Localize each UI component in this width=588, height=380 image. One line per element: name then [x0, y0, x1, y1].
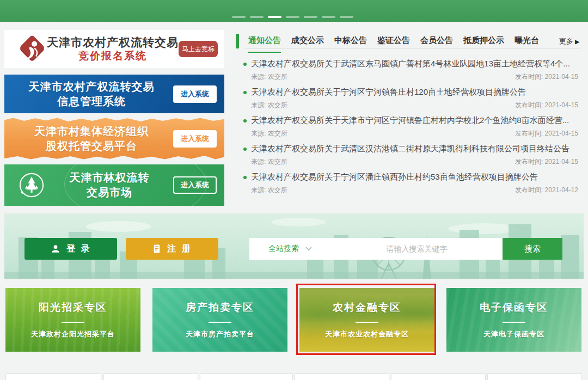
bid-system-title: 天津市农村产权流转交易 竞价报名系统 — [47, 35, 179, 63]
carousel-dot[interactable] — [286, 16, 299, 18]
info-title-line2: 信息管理系统 — [10, 94, 173, 109]
chevron-down-icon — [305, 247, 312, 251]
info-system-banner[interactable]: 天津市农村产权流转交易 信息管理系统 进入系统 — [4, 75, 224, 113]
search-bar: 全站搜索 搜索 — [249, 238, 562, 260]
tab-winning-bid[interactable]: 中标公告 — [334, 35, 367, 52]
more-arrow-icon: ▶ — [575, 39, 579, 45]
search-scope-select[interactable]: 全站搜索 — [249, 238, 331, 260]
zone-subtitle: 天津市农业农村金融专区 — [325, 329, 409, 339]
announcement-date: 发布时间: 2021-04-15 — [515, 157, 578, 167]
zone-divider — [62, 322, 84, 323]
carousel-dot[interactable] — [250, 16, 264, 18]
announcement-date: 发布时间: 2021-04-15 — [515, 101, 578, 110]
announcements-panel: 通知公告 成交公示 中标公告 鉴证公告 会员公告 抵质押公示 曝光台 更多 ▶ … — [234, 30, 584, 210]
carousel-dots — [232, 16, 353, 18]
tab-notice[interactable]: 通知公告 — [248, 35, 281, 53]
site-logo-icon — [17, 34, 47, 64]
bid-system-card[interactable]: 天津市农村产权流转交易 竞价报名系统 马上去竞标 — [4, 30, 224, 68]
announcement-source: 来源: 农交所 — [251, 129, 287, 138]
list-item[interactable]: 天津农村产权交易所关于宁河区潘庄镇西孙庄村约53亩鱼池经营权项目摘牌公告 来源:… — [243, 172, 578, 200]
partner-box[interactable] — [200, 373, 293, 380]
bullet-icon — [243, 119, 247, 122]
tab-pledge[interactable]: 抵质押公示 — [463, 35, 504, 52]
search-band: 登 录 注 册 全站搜索 搜索 — [4, 213, 584, 279]
bid-title-line1: 天津市农村产权流转交易 — [47, 35, 179, 50]
partner-box[interactable] — [391, 373, 486, 380]
zone-e-guarantee[interactable]: 电子保函专区 天津电子保函专区 — [446, 288, 581, 352]
tab-divider-line — [245, 48, 580, 49]
zone-subtitle: 天津市房产拍卖平台 — [186, 329, 254, 339]
user-icon — [50, 243, 61, 254]
zone-title: 房产拍卖专区 — [186, 301, 254, 315]
equity-platform-banner[interactable]: 天津市村集体经济组织 股权托管交易平台 进入系统 — [4, 117, 224, 161]
partner-box[interactable] — [5, 373, 101, 380]
announcement-date: 发布时间: 2021-04-12 — [515, 186, 578, 195]
bid-title-line2: 竞价报名系统 — [47, 50, 179, 63]
tab-accent-bar — [236, 34, 239, 48]
announcement-source: 来源: 农交所 — [251, 157, 287, 167]
zone-rural-finance[interactable]: 农村金融专区 天津市农业农村金融专区 — [299, 288, 434, 352]
tab-member[interactable]: 会员公告 — [420, 35, 453, 52]
list-item[interactable]: 天津农村产权交易所关于天津市宁河区宁河镇鲁庄村村内学校北2个鱼池约8亩水面经营.… — [243, 115, 578, 144]
list-item[interactable]: 天津农村产权交易所关于武清区汉沽港镇二街村原天津凯得利科技有限公司项目终结公告 … — [243, 144, 578, 172]
announcement-title[interactable]: 天津农村产权交易所关于宁河区宁河镇鲁庄村120亩土地经营权项目摘牌公告 — [251, 87, 526, 97]
announcement-title[interactable]: 天津农村产权交易所关于武清区东马圈镇广善村第4号林业队园地13亩土地经营权等4个… — [251, 59, 570, 69]
zone-title: 电子保函专区 — [480, 301, 548, 315]
carousel-dot[interactable] — [304, 16, 317, 18]
go-bid-button[interactable]: 马上去竞标 — [179, 41, 218, 57]
tab-deal-publicity[interactable]: 成交公示 — [291, 35, 324, 52]
carousel-dot[interactable] — [340, 16, 353, 18]
announcement-source: 来源: 农交所 — [251, 101, 287, 110]
list-item[interactable]: 天津农村产权交易所关于武清区东马圈镇广善村第4号林业队园地13亩土地经营权等4个… — [243, 59, 578, 87]
equity-title-line2: 股权托管交易平台 — [10, 139, 173, 154]
info-system-title: 天津市农村产权流转交易 信息管理系统 — [10, 79, 173, 109]
zone-divider — [356, 322, 378, 323]
partner-box[interactable] — [295, 373, 389, 380]
search-scope-label: 全站搜索 — [268, 244, 299, 254]
bullet-icon — [243, 148, 247, 151]
equity-title-line1: 天津市村集体经济组织 — [10, 124, 173, 139]
zone-title: 阳光招采专区 — [39, 301, 107, 315]
zone-real-estate-auction[interactable]: 房产拍卖专区 天津市房产拍卖平台 — [152, 288, 287, 352]
announcement-date: 发布时间: 2021-04-15 — [515, 72, 578, 82]
announcement-source: 来源: 农交所 — [251, 186, 287, 195]
register-button[interactable]: 注 册 — [126, 238, 218, 260]
zone-title: 农村金融专区 — [333, 301, 401, 315]
homepage: 天津市农村产权流转交易 竞价报名系统 马上去竞标 天津市农村产权流转交易 信息管… — [0, 0, 588, 380]
login-button[interactable]: 登 录 — [24, 238, 117, 260]
forest-title-line2: 交易市场 — [46, 185, 173, 200]
announcement-title[interactable]: 天津农村产权交易所关于宁河区潘庄镇西孙庄村约53亩鱼池经营权项目摘牌公告 — [251, 172, 538, 182]
register-label: 注 册 — [167, 243, 192, 255]
partner-box[interactable] — [487, 373, 582, 380]
zone-sunshine-procurement[interactable]: 阳光招采专区 天津政村企阳光招采平台 — [5, 288, 140, 352]
announcement-title[interactable]: 天津农村产权交易所关于武清区汉沽港镇二街村原天津凯得利科技有限公司项目终结公告 — [251, 144, 569, 154]
forest-enter-button[interactable]: 进入系统 — [173, 176, 217, 194]
partner-box[interactable] — [103, 373, 198, 380]
equity-enter-button[interactable]: 进入系统 — [173, 130, 217, 148]
tree-icon — [17, 171, 46, 199]
forest-market-banner[interactable]: 天津市林权流转 交易市场 进入系统 — [4, 164, 224, 206]
bullet-icon — [243, 63, 247, 66]
more-link[interactable]: 更多 ▶ — [559, 36, 579, 46]
search-button[interactable]: 搜索 — [503, 238, 562, 260]
search-input[interactable] — [331, 238, 503, 260]
announcement-list: 天津农村产权交易所关于武清区东马圈镇广善村第4号林业队园地13亩土地经营权等4个… — [243, 59, 578, 200]
info-enter-button[interactable]: 进入系统 — [173, 85, 217, 103]
carousel-dot[interactable] — [232, 16, 246, 18]
zone-divider — [503, 322, 525, 323]
carousel-banner[interactable] — [0, 0, 588, 22]
tab-exposure[interactable]: 曝光台 — [514, 35, 539, 52]
carousel-dot[interactable] — [322, 16, 335, 18]
announcement-date: 发布时间: 2021-04-15 — [515, 129, 578, 138]
zone-divider — [209, 322, 231, 323]
announcement-title[interactable]: 天津农村产权交易所关于天津市宁河区宁河镇鲁庄村村内学校北2个鱼池约8亩水面经营.… — [251, 115, 569, 126]
login-label: 登 录 — [66, 243, 91, 255]
bullet-icon — [243, 176, 247, 179]
zone-subtitle: 天津政村企阳光招采平台 — [31, 329, 115, 339]
register-doc-icon — [152, 244, 162, 254]
tab-attestation[interactable]: 鉴证公告 — [377, 35, 410, 52]
carousel-dot-active[interactable] — [268, 16, 281, 18]
zone-subtitle: 天津电子保函专区 — [483, 329, 544, 339]
list-item[interactable]: 天津农村产权交易所关于宁河区宁河镇鲁庄村120亩土地经营权项目摘牌公告 来源: … — [243, 87, 578, 115]
bullet-icon — [243, 91, 247, 94]
